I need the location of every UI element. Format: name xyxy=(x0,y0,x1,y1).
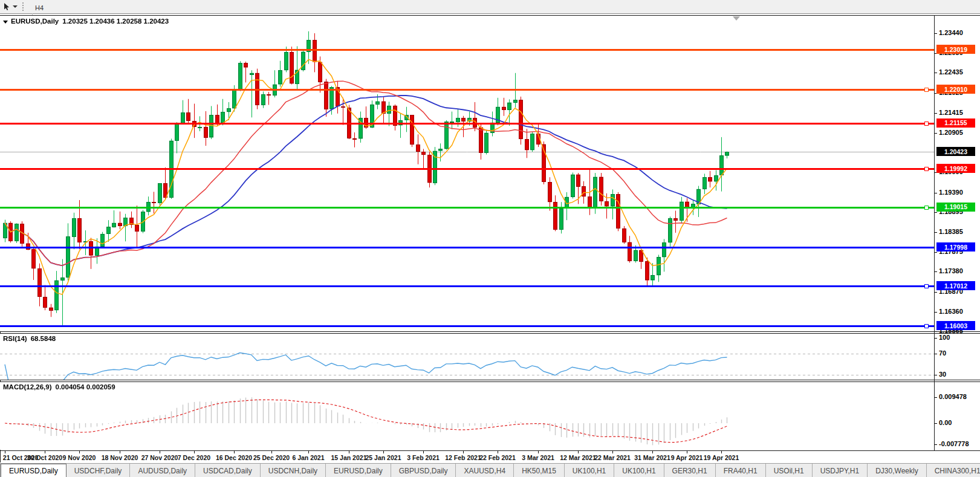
chart-tab-DJ30-Weekly-15[interactable]: DJ30,Weekly xyxy=(868,464,926,477)
pointer-cursor-icon xyxy=(2,2,11,11)
chart-bottom-border xyxy=(0,450,980,451)
chart-tab-XAUUSD-H4-7[interactable]: XAUUSD,H4 xyxy=(456,464,514,477)
cursor-mode-button[interactable] xyxy=(0,1,20,13)
chart-tab-USOil-H1-13[interactable]: USOil,H1 xyxy=(766,464,813,477)
toolbar: M1M5M15M30H1H4D1W1MN xyxy=(0,0,980,14)
price-line-badge: 1.17998 xyxy=(936,242,975,251)
date-tickmark xyxy=(160,451,160,453)
macd-indicator-pane[interactable] xyxy=(0,382,934,450)
price-tickmark xyxy=(935,133,937,134)
chart-tab-USDJPY-H1-14[interactable]: USDJPY,H1 xyxy=(813,464,868,477)
main-price-chart[interactable] xyxy=(0,16,934,331)
price-tickmark xyxy=(935,33,937,34)
price-tick-label: 1.21415 xyxy=(939,109,963,116)
price-line-badge: 1.23019 xyxy=(936,45,975,54)
price-tickmark xyxy=(935,113,937,114)
date-tickmark xyxy=(498,451,498,453)
chart-tab-AUDUSD-Daily-2[interactable]: AUDUSD,Daily xyxy=(130,464,195,477)
symbol-list-icon[interactable] xyxy=(3,21,8,24)
price-tick-label: 1.16360 xyxy=(939,308,963,315)
pane-separator[interactable] xyxy=(0,380,980,380)
rsi-indicator-pane[interactable] xyxy=(0,334,934,380)
price-tick-label: 1.23440 xyxy=(939,29,963,36)
chart-tab-USDCHF-Daily-1[interactable]: USDCHF,Daily xyxy=(67,464,131,477)
date-tickmark xyxy=(652,451,653,453)
price-line-badge: 1.21155 xyxy=(936,118,975,128)
chart-tab-UK100-H1-9[interactable]: UK100,H1 xyxy=(565,464,614,477)
chart-tab-UK100-H1-10[interactable]: UK100,H1 xyxy=(614,464,664,477)
price-tickmark xyxy=(935,73,937,73)
price-tickmark xyxy=(935,312,937,313)
macd-values: 0.004054 0.002059 xyxy=(56,383,115,391)
rsi-level-label: 100 xyxy=(939,334,950,341)
date-tickmark xyxy=(5,451,5,453)
date-tickmark xyxy=(423,451,424,453)
date-tickmark xyxy=(308,451,309,453)
rsi-label: RSI(14) xyxy=(3,335,27,342)
price-tickmark xyxy=(935,271,937,272)
date-tickmark xyxy=(538,451,539,453)
date-tickmark xyxy=(194,451,195,453)
date-tickmark xyxy=(234,451,235,453)
price-tick-label: 1.18385 xyxy=(939,228,963,235)
date-tickmark xyxy=(687,451,687,453)
date-tickmark xyxy=(79,451,80,453)
timeframe-button-H4[interactable]: H4 xyxy=(30,2,53,13)
rsi-value: 68.5848 xyxy=(31,335,56,342)
price-tickmark xyxy=(935,331,937,332)
date-tickmark xyxy=(383,451,384,453)
date-tickmark xyxy=(578,451,579,453)
price-tickmark xyxy=(935,232,937,233)
mt4-window: M1M5M15M30H1H4D1W1MN EURUSD,Daily1.20325… xyxy=(0,0,980,477)
macd-level-label: 0.009478 xyxy=(939,393,967,400)
price-line-badge: 1.22010 xyxy=(936,85,975,94)
current-price-badge: 1.20423 xyxy=(936,147,975,156)
price-tick-label: 1.22435 xyxy=(939,68,963,76)
price-tickmark xyxy=(935,193,937,193)
macd-tickmark xyxy=(935,397,937,398)
date-label: 19 Apr 2021 xyxy=(696,454,747,461)
chart-tab-USDCNH-Daily-4[interactable]: USDCNH,Daily xyxy=(261,464,326,477)
price-line-badge: 1.17012 xyxy=(936,281,975,290)
price-tick-label: 1.19390 xyxy=(939,189,963,196)
chart-tab-HK50-M15-8[interactable]: HK50,M15 xyxy=(514,464,565,477)
macd-tickmark xyxy=(935,423,937,424)
price-tickmark xyxy=(935,292,937,293)
date-tickmark xyxy=(120,451,120,453)
macd-level-label: -0.007778 xyxy=(939,440,969,447)
price-tick-label: 1.17380 xyxy=(939,267,963,274)
chart-title: EURUSD,Daily1.20325 1.20436 1.20258 1.20… xyxy=(3,18,169,25)
chart-symbol-label: EURUSD,Daily xyxy=(11,18,59,25)
chart-tab-EURUSD-Daily-5[interactable]: EURUSD,Daily xyxy=(326,464,391,477)
rsi-level-label: 30 xyxy=(939,371,946,378)
chart-tab-CHINA300-H1-16[interactable]: CHINA300,H1 xyxy=(927,464,980,477)
date-tickmark xyxy=(463,451,464,453)
chart-ohlc-values: 1.20325 1.20436 1.20258 1.20423 xyxy=(62,18,169,25)
price-line-badge: 1.19015 xyxy=(936,203,975,212)
chart-tab-EURUSD-Daily-0[interactable]: EURUSD,Daily xyxy=(1,464,67,477)
price-tickmark xyxy=(935,212,937,213)
chart-tab-GBPUSD-Daily-6[interactable]: GBPUSD,Daily xyxy=(391,464,456,477)
chart-tab-FRA40-H1-12[interactable]: FRA40,H1 xyxy=(716,464,766,477)
dropdown-caret-icon[interactable] xyxy=(13,5,18,8)
pane-separator[interactable] xyxy=(0,331,980,332)
price-line-badge: 1.16003 xyxy=(936,321,975,330)
date-tickmark xyxy=(612,451,613,453)
date-tickmark xyxy=(45,451,45,453)
macd-tickmark xyxy=(935,444,937,445)
date-tickmark xyxy=(721,451,722,453)
chart-shift-marker[interactable] xyxy=(733,16,740,21)
price-tickmark xyxy=(935,252,937,253)
chart-tab-GER30-H1-11[interactable]: GER30,H1 xyxy=(664,464,716,477)
rsi-tickmark xyxy=(935,354,937,354)
date-tickmark xyxy=(271,451,272,453)
chart-tab-USDCAD-Daily-3[interactable]: USDCAD,Daily xyxy=(195,464,261,477)
price-line-badge: 1.19992 xyxy=(936,164,975,173)
rsi-level-label: 70 xyxy=(939,349,946,357)
toolbar-grip xyxy=(22,2,25,11)
price-tick-label: 1.20905 xyxy=(939,129,963,136)
rsi-tickmark xyxy=(935,338,937,339)
price-axis-border xyxy=(934,16,935,450)
date-tickmark xyxy=(349,451,349,453)
rsi-title: RSI(14)68.5848 xyxy=(3,335,56,342)
